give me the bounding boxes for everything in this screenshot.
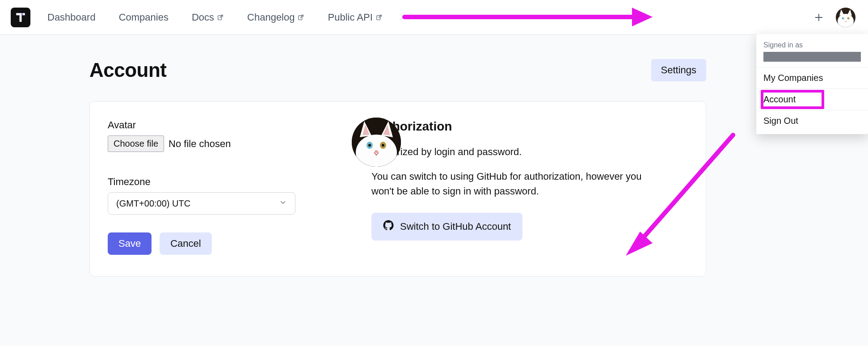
timezone-select[interactable]: (GMT+00:00) UTC — [108, 192, 295, 215]
signed-in-user-redacted — [763, 52, 861, 62]
timezone-label: Timezone — [108, 176, 340, 188]
user-dropdown: Signed in as My Companies Account Sign O… — [756, 34, 868, 134]
page-header: Account Settings — [89, 59, 706, 81]
github-button-label: Switch to GitHub Account — [400, 221, 511, 232]
svg-point-16 — [382, 144, 384, 147]
svg-point-9 — [847, 17, 850, 19]
svg-point-17 — [375, 150, 378, 153]
authorization-status: Authorized by login and password. — [371, 144, 649, 159]
add-button[interactable] — [813, 11, 825, 24]
github-icon — [383, 220, 394, 233]
user-avatar-large — [352, 118, 401, 167]
page-title: Account — [89, 59, 167, 81]
page-body: Account Settings — [0, 35, 868, 346]
nav-changelog[interactable]: Changelog — [247, 12, 304, 23]
chevron-down-icon — [279, 198, 287, 208]
nav-label: Companies — [119, 12, 169, 23]
dropdown-account[interactable]: Account — [756, 89, 868, 110]
nav-label: Docs — [192, 12, 214, 23]
dropdown-my-companies[interactable]: My Companies — [756, 68, 868, 89]
nav-label: Changelog — [247, 12, 295, 23]
nav-links: Dashboard Companies Docs Changelog Publi… — [47, 12, 383, 23]
plus-icon — [814, 13, 824, 22]
nav-companies[interactable]: Companies — [119, 12, 169, 23]
dropdown-header: Signed in as — [756, 38, 868, 68]
file-input-row: Choose file No file chosen — [108, 135, 340, 152]
svg-point-15 — [368, 144, 371, 147]
tab-settings[interactable]: Settings — [651, 59, 707, 81]
dropdown-item-label: Account — [763, 94, 796, 104]
topbar: Dashboard Companies Docs Changelog Publi… — [0, 0, 868, 35]
dropdown-item-label: My Companies — [763, 73, 823, 83]
external-link-icon — [375, 14, 383, 21]
annotation-arrow-line — [402, 15, 635, 19]
cancel-button[interactable]: Cancel — [160, 232, 211, 255]
nav-dashboard[interactable]: Dashboard — [47, 12, 96, 23]
file-status: No file chosen — [169, 138, 231, 150]
save-button[interactable]: Save — [108, 232, 152, 255]
user-avatar-small[interactable] — [836, 8, 855, 27]
nav-public-api[interactable]: Public API — [328, 12, 382, 23]
authorization-description: You can switch to using GitHub for autho… — [371, 169, 649, 198]
svg-rect-1 — [20, 15, 22, 22]
authorization-title: Authorization — [371, 119, 688, 134]
external-link-icon — [297, 14, 304, 21]
dropdown-item-label: Sign Out — [763, 116, 798, 126]
avatar-icon — [836, 8, 855, 27]
tab-label: Settings — [661, 64, 697, 76]
dropdown-sign-out[interactable]: Sign Out — [756, 110, 868, 131]
external-link-icon — [217, 14, 224, 21]
logo-icon — [15, 12, 26, 23]
signed-in-label: Signed in as — [763, 41, 861, 49]
avatar-label: Avatar — [108, 119, 340, 131]
nav-docs[interactable]: Docs — [192, 12, 224, 23]
timezone-value: (GMT+00:00) UTC — [116, 198, 190, 209]
settings-card: Avatar Choose file No file chosen Timezo… — [89, 101, 706, 277]
annotation-arrow-head — [632, 8, 653, 28]
settings-right-column: Authorization Authorized by login and pa… — [371, 119, 688, 255]
choose-file-button[interactable]: Choose file — [108, 135, 164, 152]
nav-label: Public API — [328, 12, 372, 23]
app-logo[interactable] — [11, 8, 30, 27]
svg-rect-0 — [16, 13, 25, 15]
form-actions: Save Cancel — [108, 232, 340, 255]
page-inner: Account Settings — [89, 59, 706, 277]
svg-marker-10 — [632, 8, 653, 26]
topbar-right — [813, 8, 855, 27]
timezone-block: Timezone (GMT+00:00) UTC — [108, 176, 340, 215]
svg-rect-2 — [21, 13, 22, 15]
nav-label: Dashboard — [47, 12, 96, 23]
switch-to-github-button[interactable]: Switch to GitHub Account — [371, 213, 522, 241]
settings-left-column: Avatar Choose file No file chosen Timezo… — [108, 119, 340, 255]
avatar-icon — [352, 118, 401, 167]
svg-point-8 — [842, 17, 844, 19]
